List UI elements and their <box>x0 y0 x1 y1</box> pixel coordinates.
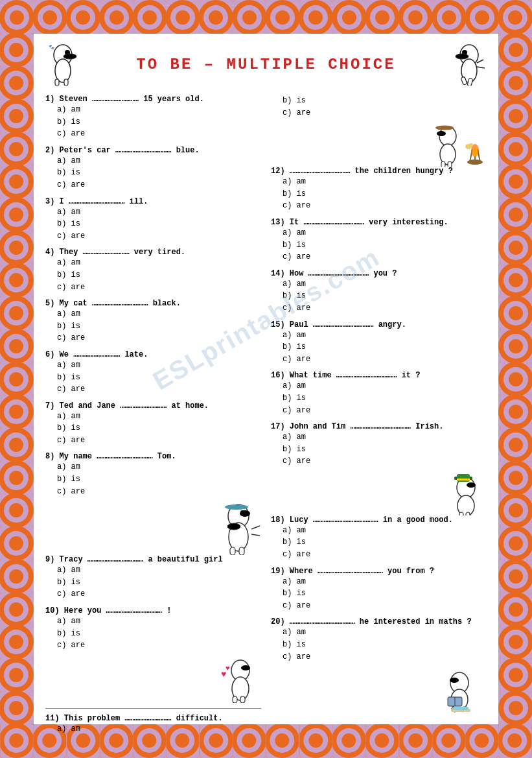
fan-side-cell <box>0 362 34 396</box>
snoopy-heart-icon: ♥ ♥ <box>216 657 261 703</box>
main-content: 🐾 TO BE – MULTIPLE CHOICE ESLprintables.… <box>34 34 498 724</box>
fan-cell <box>365 0 399 34</box>
fan-side-cell <box>498 593 532 626</box>
fan-side-cell <box>498 132 532 165</box>
fan-side-cell <box>0 659 34 692</box>
svg-text:♥: ♥ <box>226 665 230 672</box>
question-14: 14) How ………………………………… you ?a) amb) isc) … <box>271 269 487 314</box>
svg-point-25 <box>225 504 248 510</box>
svg-point-5 <box>64 54 76 59</box>
fan-cell <box>133 0 166 34</box>
svg-point-57 <box>450 678 459 683</box>
fan-cell <box>498 0 531 34</box>
fan-side-cell <box>498 659 532 692</box>
fan-side-cell <box>0 34 34 67</box>
fan-side-cell <box>0 691 34 724</box>
page-title: TO BE – MULTIPLE CHOICE <box>86 56 446 73</box>
svg-rect-29 <box>233 696 237 703</box>
fan-side-cell <box>498 362 532 396</box>
fan-cell <box>432 0 465 34</box>
fan-side-cell <box>498 461 532 494</box>
question-16: 16) What time ………………………………… it ?a) amb) … <box>271 371 487 416</box>
fan-cell <box>33 0 66 34</box>
title-row: 🐾 TO BE – MULTIPLE CHOICE <box>45 43 487 86</box>
snoopy-reading-icon <box>435 669 487 714</box>
fan-cell <box>332 0 365 34</box>
fan-side-cell <box>498 67 532 100</box>
svg-rect-51 <box>459 512 463 515</box>
fan-side-cell <box>498 527 532 560</box>
fan-cell <box>200 0 233 34</box>
svg-rect-37 <box>448 161 452 167</box>
fan-cell <box>0 724 33 758</box>
right-column: b) isc) are 12) ………………………………… the childr… <box>271 95 487 740</box>
top-border <box>0 0 532 34</box>
fan-cell <box>266 0 299 34</box>
svg-rect-36 <box>441 161 445 167</box>
question-4: 4) They ………………………… very tired.a) amb) is… <box>45 248 261 293</box>
svg-rect-3 <box>55 79 59 86</box>
fan-side-cell <box>0 165 34 198</box>
question-19: 19) Where …………………………………… you from ?a) am… <box>271 567 487 612</box>
fan-side-cell <box>498 264 532 297</box>
fan-side-cell <box>0 429 34 462</box>
right-border <box>498 34 532 724</box>
question-18: 18) Lucy …………………………………… in a good mood.a… <box>271 515 487 561</box>
question-8: 8) My name ……………………………… Tom.a) amb) isc)… <box>45 452 261 497</box>
question-9: 9) Tracy ……………………………… a beautiful girla)… <box>45 555 261 600</box>
svg-rect-55 <box>457 479 470 480</box>
divider <box>45 708 261 709</box>
fan-cell <box>465 0 498 34</box>
svg-point-27 <box>241 665 250 670</box>
fan-side-cell <box>498 297 532 330</box>
fan-side-cell <box>0 99 34 132</box>
svg-line-14 <box>477 67 485 68</box>
svg-rect-20 <box>239 547 244 555</box>
svg-point-45 <box>472 147 478 156</box>
svg-line-22 <box>251 526 260 529</box>
fan-side-cell <box>0 132 34 165</box>
snoopy-camp-icon <box>428 124 487 167</box>
fan-side-cell <box>0 560 34 593</box>
svg-point-47 <box>469 143 473 147</box>
svg-rect-64 <box>453 707 468 710</box>
question-13: 13) It ………………………………… very interesting.a)… <box>271 218 487 263</box>
fan-side-cell <box>498 198 532 231</box>
snoopy-right-icon <box>451 43 487 86</box>
page-wrapper: 🐾 TO BE – MULTIPLE CHOICE ESLprintables.… <box>0 0 532 758</box>
svg-point-34 <box>437 131 446 136</box>
question-12: 12) ………………………………… the children hungry ?a… <box>271 167 487 212</box>
fan-side-cell <box>0 527 34 560</box>
svg-text:🐾: 🐾 <box>49 44 54 50</box>
fan-side-cell <box>498 34 532 67</box>
fan-side-cell <box>498 231 532 264</box>
fan-side-cell <box>498 560 532 593</box>
svg-point-12 <box>456 54 468 59</box>
svg-rect-4 <box>64 79 68 86</box>
fan-side-cell <box>498 99 532 132</box>
fan-side-cell <box>0 329 34 362</box>
svg-line-23 <box>251 534 260 536</box>
fan-side-cell <box>498 429 532 462</box>
fan-cell <box>498 724 531 758</box>
question-1: 1) Steven ………………………… 15 years old.a) amb… <box>45 95 261 140</box>
question-17: 17) John and Tim ………………………………… Irish.a) … <box>271 422 487 468</box>
fan-side-cell <box>0 231 34 264</box>
fan-cell <box>399 0 432 34</box>
svg-rect-30 <box>240 696 245 703</box>
fan-side-cell <box>498 626 532 659</box>
question-10: 10) Here you ……………………………… !a) amb) isc) … <box>45 606 261 652</box>
fan-side-cell <box>0 67 34 100</box>
fan-side-cell <box>0 396 34 429</box>
svg-point-49 <box>467 482 476 488</box>
fan-cell <box>299 0 332 34</box>
question-5: 5) My cat ……………………………… black.a) amb) isc… <box>45 299 261 344</box>
question-7: 7) Ted and Jane ………………………… at home.a) am… <box>45 401 261 447</box>
fan-side-cell <box>0 461 34 494</box>
svg-rect-19 <box>230 547 235 555</box>
svg-rect-54 <box>457 474 470 482</box>
questions-container: 1) Steven ………………………… 15 years old.a) amb… <box>45 95 487 740</box>
question-11: 11) This problem ………………………… difficult.a)… <box>45 714 261 735</box>
fan-side-cell <box>498 396 532 429</box>
fan-side-cell <box>0 626 34 659</box>
